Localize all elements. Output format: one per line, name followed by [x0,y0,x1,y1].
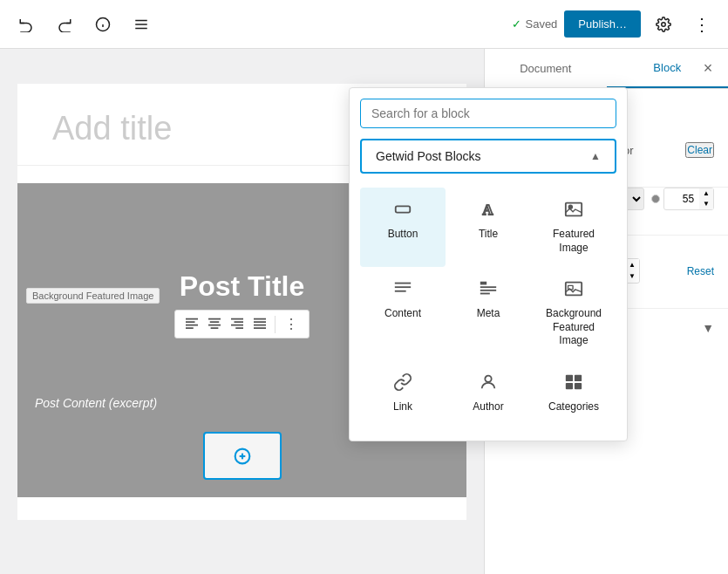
strip-separator [275,316,276,333]
block-label-featured-image: Featured Image [538,228,609,255]
opacity-input[interactable]: 55 [664,189,699,208]
svg-rect-21 [254,324,266,325]
block-label-button: Button [388,228,418,242]
tab-document[interactable]: Document [485,49,607,88]
info-button[interactable] [87,9,119,40]
block-label-content: Content [384,307,421,321]
svg-rect-34 [480,286,496,288]
svg-rect-36 [480,293,490,295]
justify-icon[interactable] [250,315,269,334]
blocks-grid: Button A Title Featured Image Content [350,181,627,441]
advanced-chevron-icon: ▼ [702,321,714,335]
block-item-content[interactable]: Content [360,267,446,360]
block-label-categories: Categories [548,400,599,414]
block-item-button[interactable]: Button [360,188,446,267]
svg-rect-26 [396,206,411,212]
svg-point-29 [569,205,573,208]
content-block-icon [393,279,412,302]
block-label-meta: Meta [477,307,500,321]
block-label-bg-featured-image: Background Featured Image [538,307,609,348]
category-header[interactable]: Getwid Post Blocks ▲ [360,139,616,174]
svg-rect-9 [186,324,198,325]
svg-rect-16 [235,321,244,323]
clear-color-button[interactable]: Clear [685,142,714,158]
reset-font-size-button[interactable]: Reset [687,265,714,277]
button-block-icon [393,200,412,222]
svg-rect-19 [254,318,266,319]
category-label: Getwid Post Blocks [376,149,481,163]
svg-rect-7 [186,318,198,319]
svg-rect-43 [575,383,582,389]
saved-status: ✓ Saved [512,17,557,31]
svg-rect-10 [186,327,194,329]
svg-rect-17 [231,324,243,325]
bg-featured-image-block-icon [564,279,583,302]
more-block-options-icon[interactable]: ⋮ [281,314,302,334]
svg-rect-41 [575,375,582,381]
meta-block-icon [479,279,498,302]
svg-rect-13 [208,324,221,325]
opacity-input-wrap: 55 ▲ ▼ [663,188,714,209]
block-item-link[interactable]: Link [360,360,446,427]
svg-rect-32 [395,290,406,292]
add-block-button[interactable] [203,432,282,480]
close-sidebar-button[interactable]: × [695,56,721,82]
settings-button[interactable] [648,9,679,40]
svg-rect-18 [235,327,243,329]
opacity-dot [651,195,660,203]
author-block-icon [479,372,498,395]
svg-rect-14 [211,327,219,329]
block-search-input[interactable] [360,99,616,128]
top-toolbar: ✓ Saved Publish… ⋮ [0,0,728,49]
more-options-button[interactable]: ⋮ [686,9,718,40]
align-right-icon[interactable] [228,315,247,334]
category-chevron-icon: ▲ [590,150,601,162]
block-toolbar-strip: ⋮ [174,310,310,338]
categories-block-icon [564,372,583,395]
title-block-icon: A [479,200,498,222]
svg-rect-15 [231,318,243,319]
opacity-up-button[interactable]: ▲ [699,188,713,199]
search-box-wrap [350,88,627,139]
block-label-link: Link [393,400,412,414]
block-item-categories[interactable]: Categories [531,360,616,427]
svg-point-39 [485,376,491,382]
svg-rect-11 [208,318,221,319]
sidebar-tabs: Document Block × [485,49,728,89]
featured-image-block-icon [564,200,583,222]
block-item-meta[interactable]: Meta [446,267,531,360]
publish-button[interactable]: Publish… [564,10,641,38]
svg-rect-35 [480,290,496,291]
svg-rect-22 [254,327,266,329]
svg-rect-42 [566,383,573,389]
bg-block-label: Background Featured Image [26,288,160,304]
block-inserter-overlay: Getwid Post Blocks ▲ Button A Title Feat… [349,87,628,441]
undo-button[interactable] [10,9,42,40]
svg-rect-12 [210,321,220,323]
check-icon: ✓ [512,17,521,31]
block-item-title[interactable]: A Title [446,188,531,267]
svg-point-6 [662,22,666,26]
block-label-author: Author [473,400,503,414]
svg-rect-30 [395,283,411,284]
opacity-spinners: ▲ ▼ [699,188,713,208]
svg-rect-33 [480,282,486,285]
block-item-author[interactable]: Author [446,360,531,427]
block-label-title: Title [479,228,498,242]
block-item-bg-featured-image[interactable]: Background Featured Image [531,267,616,360]
link-block-icon [393,372,412,395]
align-left-icon[interactable] [182,315,201,334]
svg-rect-8 [186,321,195,323]
redo-button[interactable] [49,9,80,40]
list-view-button[interactable] [126,9,157,40]
post-content-text: Post Content (excerpt) [35,396,157,410]
svg-rect-31 [395,286,411,288]
saved-label-text: Saved [525,17,557,31]
svg-rect-40 [566,375,573,381]
block-item-featured-image[interactable]: Featured Image [531,188,616,267]
svg-rect-20 [254,321,266,323]
svg-text:A: A [483,202,493,218]
align-center-icon[interactable] [205,315,224,334]
add-block-area [203,432,282,480]
opacity-down-button[interactable]: ▼ [699,199,713,209]
